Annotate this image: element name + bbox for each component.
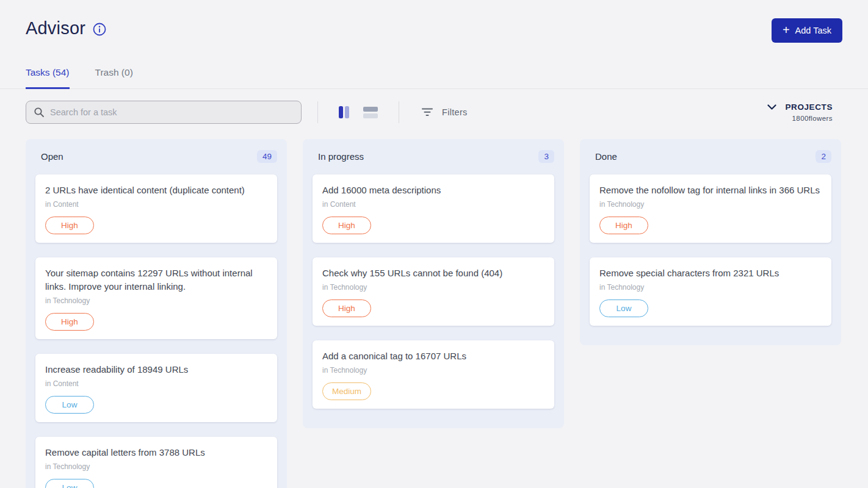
priority-badge: Low: [45, 479, 94, 488]
divider: [399, 101, 399, 123]
column-cards: 2 URLs have identical content (duplicate…: [35, 174, 277, 488]
projects-selector: PROJECTS 1800flowers: [767, 102, 833, 122]
projects-label: PROJECTS: [785, 102, 833, 112]
column-title: In progress: [318, 151, 364, 162]
chevron-down-icon: [767, 104, 776, 110]
task-title: Your sitemap contains 12297 URLs without…: [45, 267, 267, 293]
priority-badge: Low: [45, 396, 94, 414]
task-card[interactable]: Remove the nofollow tag for internal lin…: [590, 174, 831, 243]
project-name: 1800flowers: [767, 115, 833, 122]
tab-tasks[interactable]: Tasks (54): [26, 67, 70, 89]
task-title: Remove special characters from 2321 URLs: [599, 267, 822, 280]
task-category: in Content: [45, 379, 267, 388]
task-title: Add 16000 meta descriptions: [322, 184, 544, 197]
task-category: in Technology: [45, 462, 267, 471]
search-icon: [34, 107, 45, 118]
add-task-label: Add Task: [795, 26, 831, 35]
task-title: Increase readability of 18949 URLs: [45, 363, 267, 376]
task-category: in Technology: [599, 283, 822, 292]
task-title: Remove capital letters from 3788 URLs: [45, 446, 267, 459]
tab-trash[interactable]: Trash (0): [95, 67, 133, 89]
column-title: Done: [595, 151, 617, 162]
priority-badge: High: [599, 217, 648, 234]
column-count-badge: 3: [538, 150, 554, 163]
divider: [317, 101, 318, 123]
task-category: in Content: [322, 200, 544, 209]
priority-badge: Low: [599, 300, 648, 317]
projects-toggle[interactable]: PROJECTS: [767, 102, 833, 112]
kanban-column: Done 2 Remove the nofollow tag for inter…: [580, 139, 841, 345]
task-category: in Technology: [322, 283, 544, 292]
task-card[interactable]: Add a canonical tag to 16707 URLs in Tec…: [313, 340, 554, 409]
task-title: Remove the nofollow tag for internal lin…: [599, 184, 822, 197]
plus-icon: +: [783, 24, 790, 36]
column-count-badge: 2: [816, 150, 831, 163]
priority-badge: High: [45, 313, 94, 331]
filter-icon: [421, 108, 433, 117]
priority-badge: Medium: [322, 382, 371, 400]
task-card[interactable]: Check why 155 URLs cannot be found (404)…: [313, 257, 554, 326]
column-header: In progress 3: [313, 147, 554, 164]
column-cards: Add 16000 meta descriptions in Content H…: [313, 174, 554, 409]
task-category: in Technology: [599, 200, 822, 209]
task-card[interactable]: Remove special characters from 2321 URLs…: [590, 257, 831, 326]
task-card[interactable]: 2 URLs have identical content (duplicate…: [35, 174, 277, 243]
task-category: in Technology: [45, 296, 267, 305]
toolbar: Filters PROJECTS 1800flowers: [0, 99, 868, 125]
kanban-column: In progress 3 Add 16000 meta description…: [303, 139, 564, 428]
priority-badge: High: [322, 217, 371, 234]
priority-badge: High: [45, 217, 94, 234]
list-view-icon[interactable]: [363, 106, 378, 118]
priority-badge: High: [322, 300, 371, 317]
column-title: Open: [41, 151, 63, 162]
column-header: Open 49: [35, 147, 277, 164]
task-title: 2 URLs have identical content (duplicate…: [45, 184, 267, 197]
task-card[interactable]: Your sitemap contains 12297 URLs without…: [35, 257, 277, 339]
add-task-button[interactable]: + Add Task: [772, 18, 842, 43]
info-icon[interactable]: [93, 23, 106, 36]
search-input[interactable]: [50, 107, 294, 117]
kanban-column: Open 49 2 URLs have identical content (d…: [26, 139, 287, 488]
task-card[interactable]: Remove capital letters from 3788 URLs in…: [35, 437, 277, 488]
kanban-view-icon[interactable]: [339, 106, 350, 119]
page-header: Advisor + Add Task: [0, 0, 868, 43]
filters-label: Filters: [442, 107, 468, 117]
search-box[interactable]: [26, 101, 302, 124]
kanban-board: Open 49 2 URLs have identical content (d…: [0, 139, 868, 488]
task-title: Check why 155 URLs cannot be found (404): [322, 267, 544, 280]
task-card[interactable]: Increase readability of 18949 URLs in Co…: [35, 354, 277, 422]
task-category: in Technology: [322, 366, 544, 375]
page-title: Advisor: [26, 18, 85, 38]
column-header: Done 2: [590, 147, 831, 164]
task-title: Add a canonical tag to 16707 URLs: [322, 350, 544, 363]
column-count-badge: 49: [257, 150, 277, 163]
column-cards: Remove the nofollow tag for internal lin…: [590, 174, 831, 326]
task-card[interactable]: Add 16000 meta descriptions in Content H…: [313, 174, 554, 243]
filters-button[interactable]: Filters: [421, 107, 468, 117]
task-category: in Content: [45, 200, 267, 209]
tab-bar: Tasks (54) Trash (0): [0, 67, 868, 89]
